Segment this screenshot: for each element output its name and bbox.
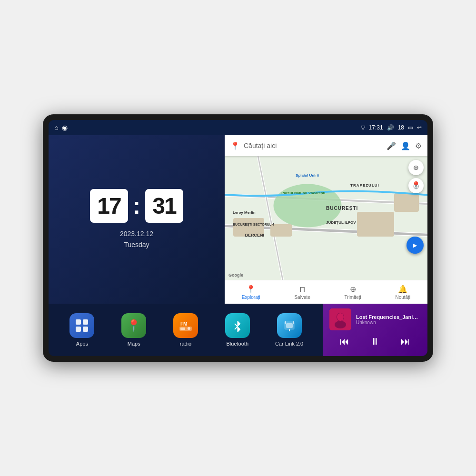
account-icon[interactable]: 👤 <box>401 141 410 150</box>
home-icon[interactable]: ⌂ <box>54 124 58 131</box>
app-item-maps[interactable]: 📍 Maps <box>117 313 150 347</box>
music-artist: Unknown <box>356 320 421 325</box>
svg-rect-11 <box>394 193 419 212</box>
music-info: Lost Frequencies_Janieck Devy-... Unknow… <box>356 314 421 325</box>
svg-rect-8 <box>233 218 264 237</box>
saved-icon: ⊓ <box>299 285 305 294</box>
apps-icon <box>69 313 94 338</box>
explore-label: Explorați <box>242 295 260 300</box>
svg-rect-10 <box>357 212 394 237</box>
svg-point-30 <box>337 313 344 321</box>
map-bottom-nav: 📍 Explorați ⊓ Salvate ⊕ Trimiteți 🔔 <box>225 280 427 304</box>
status-right: ▽ 17:31 🔊 18 ▭ ↩ <box>361 124 422 131</box>
carlink-icon <box>277 313 302 338</box>
app-item-bluetooth[interactable]: Bluetooth <box>221 313 254 347</box>
map-search-pin-icon: 📍 <box>230 141 240 150</box>
map-area[interactable]: TRAPEZULUI BUCUREȘTI JUDEȚUL ILFOV BERCE… <box>225 156 427 280</box>
music-controls: ⏮ ⏸ ⏭ <box>329 334 421 349</box>
apps-area: Apps 📍 Maps FM <box>49 304 323 356</box>
svg-point-29 <box>335 321 346 328</box>
map-nav-saved[interactable]: ⊓ Salvate <box>294 285 310 300</box>
clock-date-value: 2023.12.12 <box>120 228 153 239</box>
map-svg <box>225 156 427 280</box>
mic-icon[interactable]: 🎤 <box>387 141 396 150</box>
play-pause-button[interactable]: ⏸ <box>367 334 384 349</box>
clock-minutes: 31 <box>145 189 183 223</box>
svg-text:FM: FM <box>180 321 187 327</box>
svg-point-7 <box>274 184 342 228</box>
status-time: 17:31 <box>369 124 383 131</box>
device-screen: ⌂ ◉ ▽ 17:31 🔊 18 ▭ ↩ 17 : <box>49 120 427 356</box>
map-search-icons: 🎤 👤 ⚙ <box>387 141 422 150</box>
maps-label: Maps <box>128 341 140 347</box>
map-nav-share[interactable]: ⊕ Trimiteți <box>345 285 361 300</box>
main-content: 17 : 31 2023.12.12 Tuesday 📍 Căutați aic… <box>49 135 427 356</box>
svg-rect-12 <box>76 319 81 325</box>
svg-line-20 <box>235 324 238 327</box>
battery-icon: ▭ <box>408 124 413 131</box>
music-title: Lost Frequencies_Janieck Devy-... <box>356 314 421 320</box>
explore-icon: 📍 <box>246 285 256 294</box>
volume-icon: 🔊 <box>387 124 394 131</box>
bluetooth-icon <box>225 313 250 338</box>
status-bar: ⌂ ◉ ▽ 17:31 🔊 18 ▭ ↩ <box>49 120 427 135</box>
svg-rect-23 <box>286 323 293 328</box>
map-nav-explore[interactable]: 📍 Explorați <box>242 285 260 300</box>
carlink-label: Car Link 2.0 <box>275 341 303 347</box>
signal-icon: ▽ <box>361 124 365 131</box>
svg-rect-25 <box>285 321 286 324</box>
map-navigate-button[interactable]: ▶ <box>407 237 424 254</box>
clock-display: 17 : 31 <box>90 189 183 223</box>
app-item-carlink[interactable]: Car Link 2.0 <box>273 313 306 347</box>
music-thumb-img <box>329 308 351 330</box>
svg-rect-15 <box>83 327 88 332</box>
bottom-section: Apps 📍 Maps FM <box>49 304 427 356</box>
clock-hours: 17 <box>90 189 128 223</box>
next-button[interactable]: ⏭ <box>397 334 414 349</box>
map-panel[interactable]: 📍 Căutați aici 🎤 👤 ⚙ <box>225 135 427 304</box>
google-logo: Google <box>228 273 243 278</box>
share-icon: ⊕ <box>350 285 356 294</box>
prev-button[interactable]: ⏮ <box>336 334 353 349</box>
settings-icon[interactable]: ⚙ <box>415 141 422 150</box>
svg-rect-14 <box>76 327 81 332</box>
bluetooth-label: Bluetooth <box>227 341 248 347</box>
clock-date: 2023.12.12 Tuesday <box>120 228 153 250</box>
map-search-bar[interactable]: 📍 Căutați aici 🎤 👤 ⚙ <box>225 135 427 156</box>
music-thumbnail <box>329 308 351 330</box>
clock-colon: : <box>133 193 140 219</box>
compass-icon: ⊕ <box>413 164 419 171</box>
music-area: Lost Frequencies_Janieck Devy-... Unknow… <box>323 304 427 356</box>
map-red-pin: 📍 <box>411 181 421 190</box>
app-item-radio[interactable]: FM radio <box>169 313 202 347</box>
status-left: ⌂ ◉ <box>54 124 68 131</box>
svg-line-21 <box>235 327 238 329</box>
nav-icon: ▶ <box>413 243 417 248</box>
saved-label: Salvate <box>294 295 310 300</box>
back-icon[interactable]: ↩ <box>417 124 422 131</box>
clock-day: Tuesday <box>120 239 153 250</box>
volume-level: 18 <box>398 124 404 131</box>
radio-icon: FM <box>173 313 198 338</box>
apps-label: Apps <box>76 341 88 347</box>
share-label: Trimiteți <box>345 295 361 300</box>
radio-label: radio <box>180 341 191 347</box>
svg-rect-9 <box>270 224 292 237</box>
map-pin-nav-icon[interactable]: ◉ <box>62 124 68 131</box>
map-nav-news[interactable]: 🔔 Noutăți <box>395 285 410 300</box>
svg-rect-18 <box>180 327 185 330</box>
news-label: Noutăți <box>395 295 410 300</box>
music-top: Lost Frequencies_Janieck Devy-... Unknow… <box>329 308 421 330</box>
top-section: 17 : 31 2023.12.12 Tuesday 📍 Căutați aic… <box>49 135 427 304</box>
svg-rect-26 <box>293 321 294 324</box>
maps-icon: 📍 <box>121 313 146 338</box>
map-search-placeholder[interactable]: Căutați aici <box>244 142 383 149</box>
news-icon: 🔔 <box>398 285 407 294</box>
svg-point-19 <box>188 327 190 330</box>
app-item-apps[interactable]: Apps <box>65 313 99 347</box>
svg-rect-13 <box>83 319 88 325</box>
device-outer: ⌂ ◉ ▽ 17:31 🔊 18 ▭ ↩ 17 : <box>43 114 433 362</box>
map-compass-button[interactable]: ⊕ <box>408 160 424 175</box>
clock-panel: 17 : 31 2023.12.12 Tuesday <box>49 135 225 304</box>
